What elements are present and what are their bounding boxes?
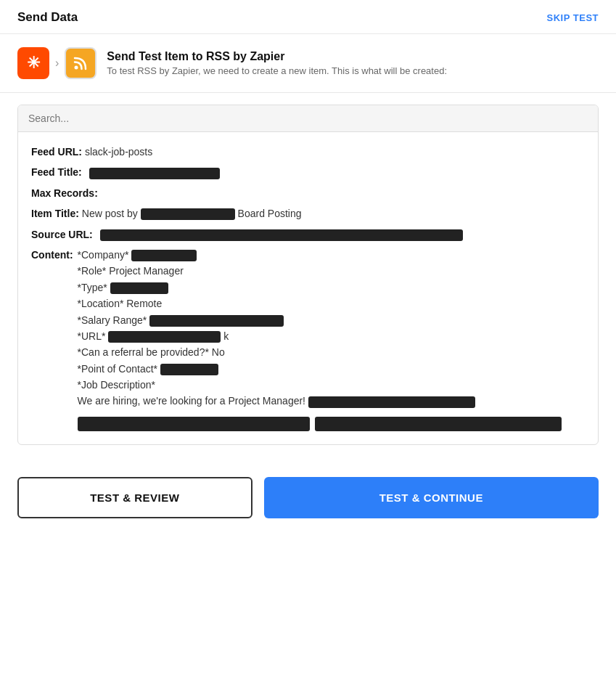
content-row-hiring: We are hiring, we're looking for a Proje… [78,393,562,409]
content-row-location: *Location* Remote [78,295,562,311]
test-continue-button[interactable]: TEST & CONTINUE [264,477,599,518]
data-card: Feed URL: slack-job-posts Feed Title: Ma… [17,105,599,445]
chevron-icon: › [55,57,59,70]
test-review-button[interactable]: TEST & REVIEW [17,477,252,518]
content-row-poc: *Point of Contact* [78,361,562,377]
page-title: Send Data [17,10,78,25]
step-subtitle: To test RSS by Zapier, we need to create… [107,65,447,76]
source-url-redacted [100,229,463,241]
content-row-type: *Type* [78,280,562,295]
step-bar: ✳ › Send Test Item to RSS by Zapier To t… [0,34,616,93]
rss-svg [72,54,89,72]
svg-point-0 [75,66,78,70]
field-max-records: Max Records: [31,185,585,201]
data-scroll-area[interactable]: Feed URL: slack-job-posts Feed Title: Ma… [18,132,598,444]
content-row-salary: *Salary Range* [78,312,562,328]
content-block: *Company* *Role* Project Manager *Type* … [78,247,562,431]
footer-buttons: TEST & REVIEW TEST & CONTINUE [0,462,616,536]
content-row-url: *URL* k [78,328,562,344]
field-content: Content: *Company* *Role* Project Manage… [31,247,585,431]
main-content: Feed URL: slack-job-posts Feed Title: Ma… [0,93,616,462]
content-row-extra [78,415,562,431]
content-row-company: *Company* [78,247,562,263]
zapier-icon: ✳ [17,47,49,79]
search-bar[interactable] [18,105,598,132]
step-info: Send Test Item to RSS by Zapier To test … [107,50,447,76]
data-fields-section: Feed URL: slack-job-posts Feed Title: Ma… [18,132,598,444]
content-row-job-desc: *Job Description* [78,377,562,393]
field-feed-title: Feed Title: [31,164,585,180]
content-row-role: *Role* Project Manager [78,263,562,279]
field-feed-url: Feed URL: slack-job-posts [31,144,585,160]
field-item-title: Item Title: New post by Board Posting [31,205,585,221]
field-source-url: Source URL: [31,227,585,242]
header: Send Data SKIP TEST [0,0,616,34]
content-row-referral: *Can a referral be provided?* No [78,344,562,360]
feed-title-redacted [89,168,220,179]
rss-icon-box [65,47,96,79]
step-title: Send Test Item to RSS by Zapier [107,50,447,63]
item-title-redacted [141,208,235,220]
skip-test-link[interactable]: SKIP TEST [547,12,599,23]
search-input[interactable] [28,113,588,124]
